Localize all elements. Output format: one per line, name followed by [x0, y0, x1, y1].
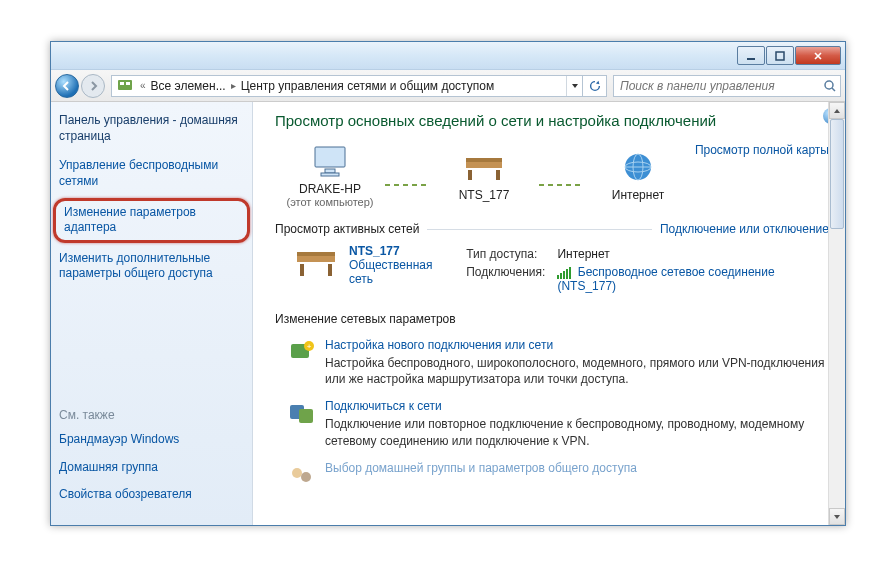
- address-bar[interactable]: « Все элемен... ▸ Центр управления сетям…: [111, 75, 583, 97]
- new-connection-icon: +: [287, 338, 315, 366]
- connect-disconnect-link[interactable]: Подключение или отключение: [660, 222, 829, 236]
- sidebar-link-adapter[interactable]: Изменение параметров адаптера: [64, 205, 239, 236]
- svg-rect-21: [328, 264, 332, 276]
- maximize-button[interactable]: [766, 46, 794, 65]
- svg-point-28: [301, 472, 311, 482]
- internet-label: Интернет: [583, 188, 693, 202]
- content-pane: ? Просмотр основных сведений о сети и на…: [253, 102, 845, 525]
- chevron-icon: «: [140, 80, 146, 91]
- svg-rect-10: [466, 158, 502, 162]
- svg-rect-1: [776, 52, 784, 60]
- titlebar: [51, 42, 845, 70]
- svg-text:+: +: [307, 342, 312, 351]
- breadcrumb-seg2[interactable]: Центр управления сетями и общим доступом: [238, 79, 498, 93]
- svg-rect-3: [120, 82, 124, 85]
- network-icon: [293, 244, 339, 280]
- svg-rect-8: [325, 169, 335, 173]
- forward-button[interactable]: [81, 74, 105, 98]
- globe-icon: [583, 149, 693, 185]
- scroll-up-button[interactable]: [829, 102, 845, 119]
- active-networks-header: Просмотр активных сетей Подключение или …: [275, 222, 829, 236]
- svg-rect-4: [126, 82, 130, 85]
- sidebar-link-internet-options[interactable]: Свойства обозревателя: [59, 487, 244, 503]
- active-network-info: NTS_177 Общественная сеть: [349, 244, 454, 296]
- connection-name: Беспроводное сетевое соединение (NTS_177…: [557, 265, 774, 293]
- refresh-button[interactable]: [583, 75, 607, 97]
- signal-bars-icon: [557, 267, 571, 279]
- connection-link[interactable]: Беспроводное сетевое соединение (NTS_177…: [557, 264, 827, 294]
- homegroup-icon: [287, 461, 315, 489]
- view-full-map-link[interactable]: Просмотр полной карты: [695, 143, 829, 157]
- window: « Все элемен... ▸ Центр управления сетям…: [50, 41, 846, 526]
- svg-rect-18: [297, 252, 335, 256]
- sidebar-link-firewall[interactable]: Брандмауэр Windows: [59, 432, 244, 448]
- opt-connect: Подключиться к сети Подключение или повт…: [287, 399, 829, 448]
- access-type-key: Тип доступа:: [466, 246, 555, 262]
- map-node-internet[interactable]: Интернет: [583, 149, 693, 202]
- svg-point-27: [292, 468, 302, 478]
- breadcrumb-seg1[interactable]: Все элемен...: [148, 79, 229, 93]
- opt-new-connection-desc: Настройка беспроводного, широкополосного…: [325, 355, 829, 387]
- pc-name: DRAKE-HP: [275, 182, 385, 196]
- chevron-right-icon: ▸: [231, 80, 236, 91]
- svg-rect-19: [297, 256, 335, 262]
- connect-icon: [287, 399, 315, 427]
- opt-new-connection: + Настройка нового подключения или сети …: [287, 338, 829, 387]
- svg-rect-26: [299, 409, 313, 423]
- net-name: NTS_177: [429, 188, 539, 202]
- opt-homegroup-title[interactable]: Выбор домашней группы и параметров общег…: [325, 461, 637, 475]
- control-panel-icon: [116, 77, 134, 95]
- svg-rect-11: [466, 162, 502, 168]
- minimize-button[interactable]: [737, 46, 765, 65]
- addr-dropdown[interactable]: [566, 76, 582, 96]
- sidebar: Панель управления - домашняя страница Уп…: [51, 102, 253, 525]
- vertical-scrollbar[interactable]: [828, 102, 845, 525]
- map-line: [385, 184, 429, 186]
- svg-line-6: [832, 88, 835, 91]
- opt-new-connection-title[interactable]: Настройка нового подключения или сети: [325, 338, 829, 352]
- svg-rect-9: [321, 173, 339, 176]
- svg-rect-20: [300, 264, 304, 276]
- map-line2: [539, 184, 583, 186]
- search-box[interactable]: [613, 75, 841, 97]
- connections-key: Подключения:: [466, 264, 555, 294]
- pc-sub: (этот компьютер): [275, 196, 385, 208]
- map-node-pc[interactable]: DRAKE-HP (этот компьютер): [275, 143, 385, 208]
- sidebar-link-sharing[interactable]: Изменить дополнительные параметры общего…: [59, 251, 244, 282]
- sidebar-seealso-label: См. также: [59, 408, 244, 422]
- sidebar-link-wireless[interactable]: Управление беспроводными сетями: [59, 158, 244, 189]
- close-button[interactable]: [795, 46, 841, 65]
- svg-rect-0: [747, 58, 755, 60]
- back-button[interactable]: [55, 74, 79, 98]
- sidebar-link-adapter-highlight: Изменение параметров адаптера: [53, 198, 250, 243]
- active-network-row: NTS_177 Общественная сеть Тип доступа: И…: [293, 244, 829, 296]
- opt-homegroup: Выбор домашней группы и параметров общег…: [287, 461, 829, 489]
- svg-rect-12: [468, 170, 472, 180]
- page-heading: Просмотр основных сведений о сети и наст…: [275, 112, 829, 129]
- active-networks-label: Просмотр активных сетей: [275, 222, 419, 236]
- opt-connect-title[interactable]: Подключиться к сети: [325, 399, 829, 413]
- bench-icon: [429, 149, 539, 185]
- sidebar-link-homegroup[interactable]: Домашняя группа: [59, 460, 244, 476]
- opt-connect-desc: Подключение или повторное подключение к …: [325, 416, 829, 448]
- active-network-type[interactable]: Общественная сеть: [349, 258, 454, 286]
- change-settings-header: Изменение сетевых параметров: [275, 312, 829, 326]
- access-type-val: Интернет: [557, 246, 827, 262]
- search-icon[interactable]: [820, 79, 840, 93]
- svg-rect-7: [315, 147, 345, 167]
- map-node-network[interactable]: NTS_177: [429, 149, 539, 202]
- svg-point-5: [825, 81, 833, 89]
- computer-icon: [275, 143, 385, 179]
- scroll-thumb[interactable]: [830, 119, 844, 229]
- active-network-props: Тип доступа: Интернет Подключения: Беспр…: [464, 244, 829, 296]
- active-network-name[interactable]: NTS_177: [349, 244, 454, 258]
- svg-rect-13: [496, 170, 500, 180]
- search-input[interactable]: [614, 79, 820, 93]
- network-map: DRAKE-HP (этот компьютер) NTS_177 Интерн…: [275, 143, 829, 208]
- window-body: Панель управления - домашняя страница Уп…: [51, 102, 845, 525]
- sidebar-home[interactable]: Панель управления - домашняя страница: [59, 112, 244, 144]
- navbar: « Все элемен... ▸ Центр управления сетям…: [51, 70, 845, 102]
- scroll-down-button[interactable]: [829, 508, 845, 525]
